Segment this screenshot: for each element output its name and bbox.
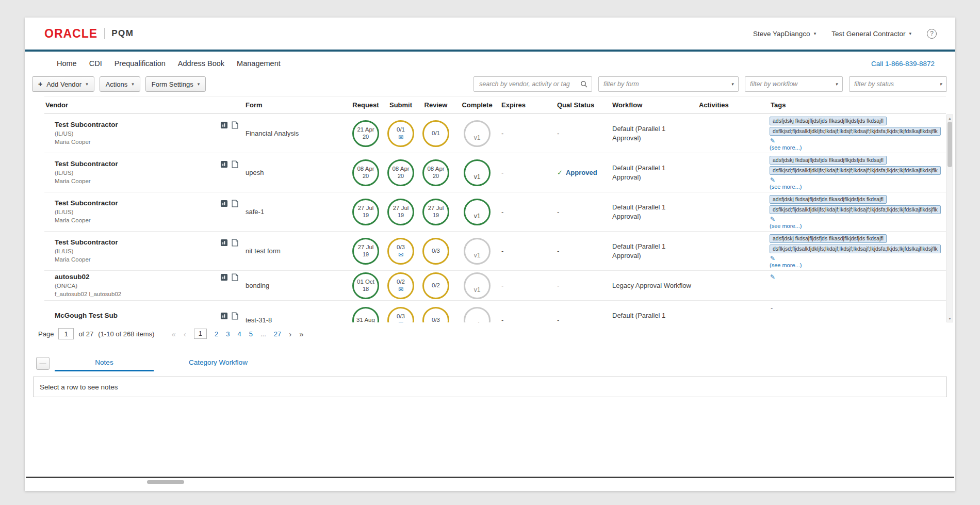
page-link[interactable]: 2 <box>215 330 218 338</box>
tag-chip[interactable]: dsflkjsd;fljdsalkfjdkljfs;lkdajf;lkdsjf;… <box>770 245 941 253</box>
column-header-expires[interactable]: Expires <box>500 101 556 109</box>
scroll-down-icon[interactable]: ▼ <box>948 315 952 322</box>
vendor-name[interactable]: autosub02 <box>55 273 217 282</box>
request-status-circle[interactable]: 08 Apr20 <box>352 159 379 186</box>
column-header-workflow[interactable]: Workflow <box>611 101 698 109</box>
search-icon[interactable] <box>580 80 587 88</box>
submit-status-circle[interactable]: 0/1 ✉ <box>387 120 414 147</box>
tab-notes[interactable]: Notes <box>55 354 154 371</box>
submit-status-circle[interactable]: 27 Jul19 <box>387 199 414 225</box>
submit-status-circle[interactable]: 08 Apr20 <box>387 159 414 186</box>
vendor-name[interactable]: McGough Test Sub <box>55 312 217 320</box>
nav-item-management[interactable]: Management <box>237 59 281 68</box>
vendor-name[interactable]: Test Subcontractor <box>55 199 217 208</box>
user-menu[interactable]: Steve YapDiangco ▾ <box>753 30 816 38</box>
org-menu[interactable]: Test General Contractor ▾ <box>831 30 911 38</box>
page-number-input[interactable] <box>58 328 74 339</box>
edit-tags-icon[interactable]: ✎ <box>770 274 775 280</box>
edit-tags-icon[interactable]: ✎ <box>770 138 775 144</box>
see-more-link[interactable]: (see more...) <box>770 262 802 268</box>
review-status-circle[interactable]: 08 Apr20 <box>422 159 449 186</box>
vendor-scorecard-icon[interactable] <box>220 121 228 129</box>
column-header-complete[interactable]: Complete <box>454 101 500 109</box>
request-status-circle[interactable]: 21 Apr20 <box>352 120 379 147</box>
vendor-name[interactable]: Test Subcontractor <box>55 121 217 129</box>
search-input[interactable] <box>478 80 580 88</box>
vendor-name[interactable]: Test Subcontractor <box>55 160 217 169</box>
filter-by-workflow-dropdown[interactable]: filter by workflow ▾ <box>745 76 843 92</box>
envelope-icon[interactable]: ✉ <box>398 321 403 322</box>
vendor-document-icon[interactable] <box>232 273 238 281</box>
vendor-document-icon[interactable] <box>232 239 238 247</box>
request-status-circle[interactable]: 01 Oct18 <box>352 272 379 299</box>
nav-item-address-book[interactable]: Address Book <box>178 59 224 68</box>
help-icon[interactable]: ? <box>927 29 937 39</box>
edit-tags-icon[interactable]: ✎ <box>770 177 775 183</box>
request-status-circle[interactable]: 27 Jul19 <box>352 238 379 265</box>
review-status-circle[interactable]: 27 Jul19 <box>422 199 449 225</box>
review-status-circle[interactable]: 0/3 <box>422 307 449 323</box>
submit-status-circle[interactable]: 0/3 ✉ <box>387 307 414 323</box>
submit-status-circle[interactable]: 0/3 ✉ <box>387 238 414 265</box>
column-header-activities[interactable]: Activities <box>698 101 770 109</box>
add-vendor-button[interactable]: + Add Vendor ▾ <box>32 76 94 92</box>
vendor-document-icon[interactable] <box>232 160 238 168</box>
table-row[interactable]: Test Subcontractor (IL/US) Maria Cooper … <box>44 192 946 232</box>
call-phone-link[interactable]: Call 1-866-839-8872 <box>871 60 935 68</box>
column-header-submit[interactable]: Submit <box>384 101 418 109</box>
column-header-tags[interactable]: Tags <box>770 101 946 109</box>
vertical-scrollbar[interactable]: ▲ ▼ <box>946 115 953 322</box>
column-header-review[interactable]: Review <box>418 101 454 109</box>
table-row[interactable]: McGough Test Sub (MN/US) test-31-8 31 Au… <box>44 301 946 322</box>
table-row[interactable]: autosub02 (ON/CA) f_autosub02 l_autosub0… <box>44 271 946 301</box>
complete-status-circle[interactable]: v1 <box>464 199 491 225</box>
tag-chip[interactable]: adsfjdskj fkdsajfljdsfjds flkasdjflkjdsf… <box>770 195 887 204</box>
edit-tags-icon[interactable]: ✎ <box>770 216 775 222</box>
tag-chip[interactable]: dsflkjsd;fljdsalkfjdkljfs;lkdajf;lkdsjf;… <box>770 205 941 214</box>
nav-item-cdi[interactable]: CDI <box>89 59 102 68</box>
filter-by-form-dropdown[interactable]: filter by form ▾ <box>598 76 739 92</box>
page-link[interactable]: 3 <box>226 330 230 338</box>
scrollbar-thumb[interactable] <box>948 122 952 167</box>
collapse-panel-button[interactable]: — <box>36 357 50 370</box>
complete-status-circle[interactable]: v1 <box>464 238 491 265</box>
vendor-document-icon[interactable] <box>232 312 238 320</box>
vendor-document-icon[interactable] <box>232 200 238 207</box>
see-more-link[interactable]: (see more...) <box>770 223 802 229</box>
vendor-document-icon[interactable] <box>232 121 238 129</box>
nav-item-prequalification[interactable]: Prequalification <box>115 59 166 68</box>
page-link[interactable]: 4 <box>237 330 241 338</box>
envelope-icon[interactable]: ✉ <box>398 286 403 292</box>
tag-chip[interactable]: dsflkjsd;fljdsalkfjdkljfs;lkdajf;lkdsjf;… <box>770 166 941 175</box>
nav-item-home[interactable]: Home <box>57 59 77 68</box>
see-more-link[interactable]: (see more...) <box>770 144 802 151</box>
review-status-circle[interactable]: 0/3 <box>422 238 449 265</box>
table-row[interactable]: Test Subcontractor (IL/US) Maria Cooper … <box>44 114 946 153</box>
vendor-scorecard-icon[interactable] <box>220 200 228 207</box>
page-link[interactable]: 27 <box>274 330 281 338</box>
edit-tags-icon[interactable]: ✎ <box>770 255 775 262</box>
tag-chip[interactable]: adsfjdskj fkdsajfljdsfjds flkasdjflkjdsf… <box>770 156 887 165</box>
complete-status-circle[interactable]: v1 <box>464 272 491 299</box>
tag-chip[interactable]: dsflkjsd;fljdsalkfjdkljfs;lkdajf;lkdsjf;… <box>770 127 941 136</box>
tag-chip[interactable]: adsfjdskj fkdsajfljdsfjds flkasdjflkjdsf… <box>770 234 887 243</box>
table-row[interactable]: Test Subcontractor (IL/US) Maria Cooper … <box>44 153 946 192</box>
request-status-circle[interactable]: 27 Jul19 <box>352 199 379 225</box>
first-page-icon[interactable]: « <box>171 330 175 338</box>
form-settings-button[interactable]: Form Settings ▾ <box>145 76 206 92</box>
request-status-circle[interactable]: 31 Aug <box>352 307 379 323</box>
submit-status-circle[interactable]: 0/2 ✉ <box>387 272 414 299</box>
vendor-scorecard-icon[interactable] <box>220 312 228 320</box>
horizontal-scrollbar-thumb[interactable] <box>147 480 184 484</box>
complete-status-circle[interactable]: v1 <box>464 307 491 323</box>
see-more-link[interactable]: (see more...) <box>770 184 802 190</box>
vendor-name[interactable]: Test Subcontractor <box>55 238 217 247</box>
tag-chip[interactable]: adsfjdskj fkdsajfljdsfjds flkasdjflkjdsf… <box>770 117 887 125</box>
page-link[interactable]: 5 <box>249 330 253 338</box>
column-header-form[interactable]: Form <box>244 101 348 109</box>
complete-status-circle[interactable]: v1 <box>464 120 491 147</box>
table-row[interactable]: Test Subcontractor (IL/US) Maria Cooper … <box>44 232 946 271</box>
scroll-up-icon[interactable]: ▲ <box>948 115 952 122</box>
filter-by-status-dropdown[interactable]: filter by status ▾ <box>849 76 947 92</box>
next-page-icon[interactable]: › <box>289 330 291 338</box>
